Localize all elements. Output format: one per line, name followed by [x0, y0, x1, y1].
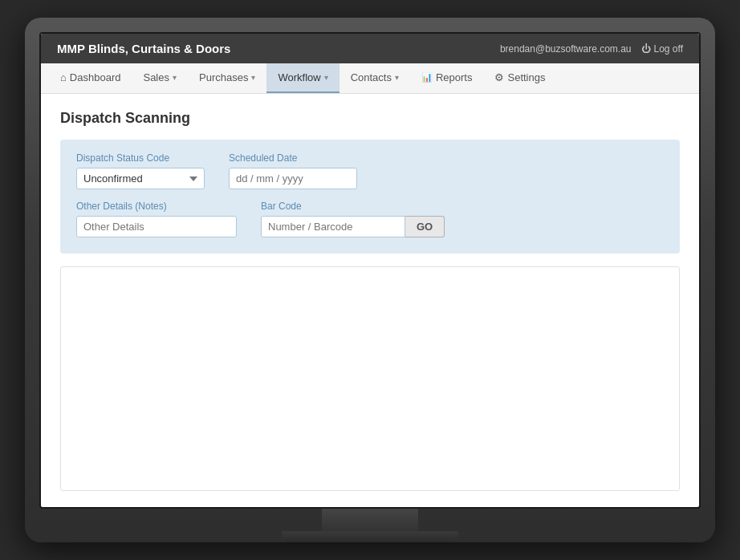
nav-label-purchases: Purchases [199, 71, 248, 83]
nav-label-reports: Reports [436, 71, 473, 83]
home-icon: ⌂ [60, 71, 67, 83]
caret-contacts: ▾ [395, 73, 399, 82]
results-panel [60, 266, 680, 491]
nav-item-contacts[interactable]: Contacts ▾ [340, 63, 410, 93]
other-details-input[interactable] [76, 216, 237, 237]
filter-row-2: Other Details (Notes) Bar Code GO [76, 201, 664, 237]
header-right: brendan@buzsoftware.com.au ⏻ Log off [500, 43, 683, 55]
nav-item-sales[interactable]: Sales ▾ [132, 63, 188, 93]
nav-label-settings: Settings [507, 71, 545, 83]
app-header: MMP Blinds, Curtains & Doors brendan@buz… [41, 34, 699, 63]
go-button[interactable]: GO [405, 216, 445, 237]
monitor-stand-base [282, 531, 458, 542]
dispatch-status-group: Dispatch Status Code Unconfirmed Confirm… [76, 152, 205, 189]
navbar: ⌂ Dashboard Sales ▾ Purchases ▾ Workflow… [41, 63, 699, 94]
user-email: brendan@buzsoftware.com.au [500, 43, 632, 55]
page-title: Dispatch Scanning [60, 110, 680, 127]
page-content: Dispatch Scanning Dispatch Status Code U… [41, 94, 699, 507]
scheduled-date-label: Scheduled Date [229, 152, 357, 164]
caret-workflow: ▾ [324, 73, 328, 82]
caret-purchases: ▾ [251, 73, 255, 82]
app-title: MMP Blinds, Curtains & Doors [57, 42, 230, 55]
filter-panel: Dispatch Status Code Unconfirmed Confirm… [60, 140, 680, 254]
scheduled-date-input[interactable] [229, 168, 357, 189]
gear-icon: ⚙ [494, 71, 504, 83]
nav-label-sales: Sales [143, 71, 169, 83]
scheduled-date-group: Scheduled Date [229, 152, 357, 189]
monitor-stand-neck [322, 509, 418, 531]
other-details-label: Other Details (Notes) [76, 201, 237, 212]
dispatch-status-label: Dispatch Status Code [76, 152, 205, 164]
barcode-input-group: GO [261, 216, 445, 237]
nav-label-contacts: Contacts [351, 71, 392, 83]
logout-link[interactable]: ⏻ Log off [641, 43, 683, 55]
nav-item-dashboard[interactable]: ⌂ Dashboard [49, 63, 132, 93]
nav-item-purchases[interactable]: Purchases ▾ [188, 63, 266, 93]
barcode-label: Bar Code [261, 201, 445, 212]
nav-label-workflow: Workflow [278, 71, 320, 83]
logout-label: Log off [654, 43, 683, 55]
power-icon: ⏻ [641, 43, 651, 55]
caret-sales: ▾ [173, 73, 177, 82]
nav-item-reports[interactable]: 📊 Reports [410, 63, 484, 93]
nav-item-workflow[interactable]: Workflow ▾ [266, 63, 339, 93]
barcode-group: Bar Code GO [261, 201, 445, 237]
dispatch-status-select[interactable]: Unconfirmed Confirmed Dispatched Complet… [76, 168, 205, 189]
chart-icon: 📊 [421, 72, 433, 83]
filter-row-1: Dispatch Status Code Unconfirmed Confirm… [76, 152, 664, 189]
barcode-input[interactable] [261, 216, 405, 237]
other-details-group: Other Details (Notes) [76, 201, 237, 237]
nav-label-dashboard: Dashboard [70, 71, 121, 83]
nav-item-settings[interactable]: ⚙ Settings [483, 63, 556, 93]
